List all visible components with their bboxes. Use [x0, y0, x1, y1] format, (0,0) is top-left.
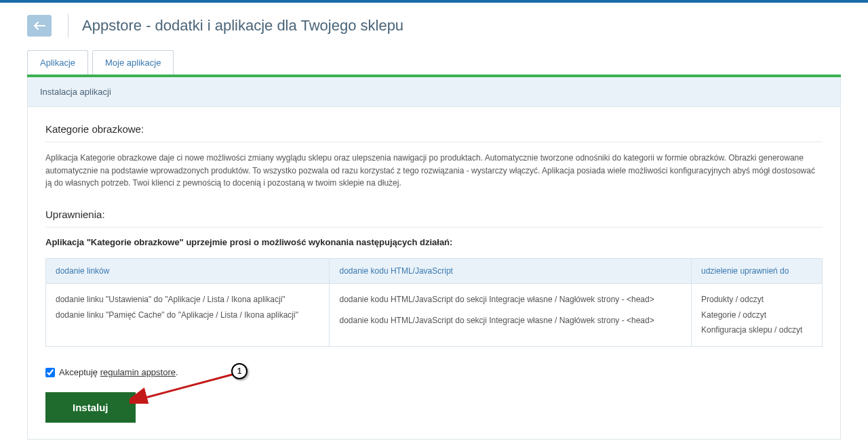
permissions-table: dodanie linków dodanie kodu HTML/JavaScr…: [45, 258, 823, 347]
section-title: Kategorie obrazkowe:: [45, 123, 823, 135]
terms-link[interactable]: regulamin appstore: [100, 367, 176, 377]
permissions-title: Uprawnienia:: [45, 209, 823, 220]
accept-checkbox[interactable]: [45, 368, 55, 377]
perm-item: Kategorie / odczyt: [701, 308, 812, 323]
perm-item: Konfiguracja sklepu / odczyt: [701, 322, 812, 338]
table-header-links: dodanie linków: [46, 258, 330, 283]
tabs: Aplikacje Moje aplikacje: [0, 50, 868, 75]
table-header-perms: udzielenie uprawnień do: [692, 258, 823, 283]
panel-header: Instalacja aplikacji: [28, 77, 840, 107]
accept-prefix: Akceptuję: [59, 367, 100, 377]
html-item: dodanie kodu HTML/JavaScript do sekcji I…: [339, 292, 682, 308]
permissions-intro: Aplikacja "Kategorie obrazkowe" uprzejmi…: [45, 237, 823, 247]
permissions-divider: [45, 227, 823, 228]
accept-label: Akceptuję regulamin appstore.: [59, 367, 178, 377]
page-title: Appstore - dodatki i aplikacje dla Twoje…: [82, 17, 403, 35]
svg-line-0: [143, 374, 235, 398]
table-header-html: dodanie kodu HTML/JavaScript: [330, 258, 692, 283]
section-divider: [45, 142, 823, 142]
table-header-row: dodanie linków dodanie kodu HTML/JavaScr…: [46, 258, 823, 283]
install-button[interactable]: Instaluj: [45, 392, 136, 423]
app-description: Aplikacja Kategorie obrazkowe daje ci no…: [45, 152, 823, 190]
accept-row: Akceptuję regulamin appstore.: [45, 367, 823, 377]
perm-item: Produkty / odczyt: [701, 292, 812, 308]
back-button[interactable]: [27, 15, 52, 37]
panel-body: Kategorie obrazkowe: Aplikacja Kategorie…: [28, 107, 840, 439]
table-row: dodanie linku "Ustawienia" do "Aplikacje…: [46, 283, 823, 346]
link-item: dodanie linku "Ustawienia" do "Aplikacje…: [56, 292, 319, 308]
panel: Instalacja aplikacji Kategorie obrazkowe…: [27, 77, 841, 440]
arrow-left-icon: [33, 21, 45, 30]
header-divider: [68, 14, 68, 38]
tab-my-applications[interactable]: Moje aplikacje: [92, 50, 174, 75]
tab-applications[interactable]: Aplikacje: [27, 50, 88, 75]
html-item: dodanie kodu HTML/JavaScript do sekcji I…: [339, 313, 682, 329]
cell-perms: Produkty / odczyt Kategorie / odczyt Kon…: [692, 283, 823, 346]
link-item: dodanie linku "Pamięć Cache" do "Aplikac…: [56, 308, 319, 323]
header: Appstore - dodatki i aplikacje dla Twoje…: [0, 3, 868, 50]
cell-html: dodanie kodu HTML/JavaScript do sekcji I…: [330, 283, 692, 346]
cell-links: dodanie linku "Ustawienia" do "Aplikacje…: [46, 283, 330, 346]
accept-suffix: .: [176, 367, 178, 377]
